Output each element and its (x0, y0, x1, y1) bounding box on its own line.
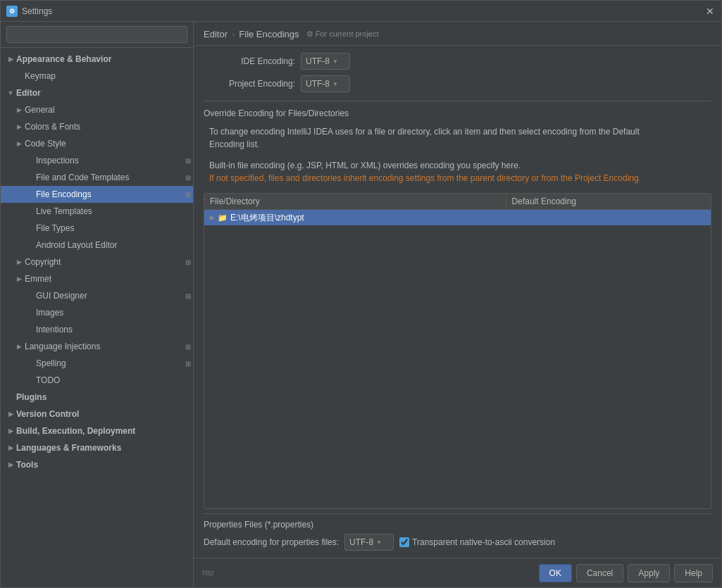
dropdown-arrow-icon: ▼ (332, 58, 338, 65)
divider (204, 101, 711, 101)
row-arrow-icon: ▶ (210, 214, 215, 221)
search-input[interactable] (6, 26, 187, 43)
arrow-icon (26, 224, 35, 232)
arrow-icon (26, 376, 35, 384)
sidebar-item-inspections[interactable]: Inspections ⊞ (1, 152, 193, 169)
arrow-icon: ▶ (15, 258, 23, 266)
sidebar-item-live-templates[interactable]: Live Templates (1, 203, 193, 220)
cancel-button[interactable]: Cancel (576, 564, 623, 582)
arrow-icon (26, 308, 35, 317)
content-area: ▶ Appearance & Behavior Keymap ▼ Editor … (1, 22, 721, 587)
arrow-icon (26, 190, 35, 199)
sidebar-item-general[interactable]: ▶ General (1, 101, 193, 118)
info-text-warning: If not specified, files and directories … (209, 173, 641, 183)
settings-icon: ⊞ (183, 358, 193, 368)
window-icon: ⚙ (6, 6, 18, 17)
table-body: ▶ 📁 E:\电烤项目\zhdtypt (204, 210, 711, 508)
arrow-icon: ▶ (6, 427, 15, 435)
project-encoding-value: UTF-8 (306, 79, 330, 89)
properties-label: Properties Files (*.properties) (204, 520, 711, 530)
sidebar-item-intentions[interactable]: Intentions (1, 321, 193, 338)
table-col-file: File/Directory (204, 194, 506, 209)
default-encoding-value: UTF-8 (349, 537, 373, 547)
sidebar-item-tools[interactable]: ▶ Tools (1, 456, 193, 473)
ide-encoding-value: UTF-8 (306, 56, 330, 66)
sidebar-item-version-control[interactable]: ▶ Version Control (1, 406, 193, 423)
apply-button[interactable]: Apply (628, 564, 670, 582)
breadcrumb-separator: › (232, 29, 235, 39)
close-button[interactable]: ✕ (704, 6, 716, 17)
sidebar-item-plugins[interactable]: Plugins (1, 389, 193, 406)
sidebar: ▶ Appearance & Behavior Keymap ▼ Editor … (1, 22, 194, 587)
arrow-icon (26, 359, 35, 368)
sidebar-item-language-injections[interactable]: ▶ Language Injections ⊞ (1, 338, 193, 355)
default-encoding-dropdown[interactable]: UTF-8 ▼ (344, 534, 394, 551)
titlebar: ⚙ Settings ✕ (1, 1, 721, 22)
sidebar-item-images[interactable]: Images (1, 304, 193, 321)
table-row[interactable]: ▶ 📁 E:\电烤项目\zhdtypt (204, 210, 711, 225)
arrow-icon: ▶ (15, 106, 23, 114)
sidebar-item-file-types[interactable]: File Types (1, 220, 193, 237)
arrow-icon: ▼ (6, 89, 15, 97)
override-section-label: Override Encoding for Files/Directories (204, 108, 711, 118)
transparent-checkbox[interactable] (399, 537, 409, 547)
sidebar-item-spelling[interactable]: Spelling ⊞ (1, 355, 193, 372)
sidebar-item-copyright[interactable]: ▶ Copyright ⊞ (1, 254, 193, 270)
project-encoding-label: Project Encoding: (204, 79, 295, 89)
settings-icon: ⊞ (183, 342, 193, 351)
info-text-2: Built-in file encoding (e.g. JSP, HTML o… (204, 159, 711, 184)
panel-body: IDE Encoding: UTF-8 ▼ Project Encoding: … (194, 46, 721, 558)
sidebar-item-languages[interactable]: ▶ Languages & Frameworks (1, 439, 193, 456)
ide-encoding-label: IDE Encoding: (204, 56, 295, 66)
arrow-icon: ▶ (15, 275, 23, 283)
sidebar-item-colors-fonts[interactable]: ▶ Colors & Fonts (1, 118, 193, 135)
arrow-icon (26, 207, 35, 215)
sidebar-item-todo[interactable]: TODO (1, 372, 193, 389)
for-current-project: ⚙ For current project (306, 30, 379, 39)
panel-header: Editor › File Encodings ⚙ For current pr… (194, 22, 721, 46)
sidebar-item-file-encodings[interactable]: File Encodings ⊞ (1, 186, 193, 203)
sidebar-item-appearance[interactable]: ▶ Appearance & Behavior (1, 51, 193, 68)
arrow-icon: ▶ (15, 342, 23, 351)
file-directory-table: File/Directory Default Encoding ▶ 📁 E:\电… (204, 193, 711, 509)
sidebar-item-gui-designer[interactable]: GUI Designer ⊞ (1, 287, 193, 304)
table-header: File/Directory Default Encoding (204, 194, 711, 210)
table-cell-path: ▶ 📁 E:\电烤项目\zhdtypt (204, 211, 506, 225)
dropdown-arrow-icon: ▼ (332, 81, 338, 87)
settings-icon: ⊞ (183, 189, 193, 199)
transparent-label: Transparent native-to-ascii conversion (412, 537, 555, 547)
search-box (1, 22, 193, 48)
project-encoding-dropdown[interactable]: UTF-8 ▼ (301, 75, 350, 92)
panel-title: Editor › File Encodings ⚙ For current pr… (204, 29, 711, 39)
folder-icon: 📁 (218, 213, 228, 223)
arrow-icon (26, 325, 35, 334)
sidebar-item-emmet[interactable]: ▶ Emmet (1, 270, 193, 287)
sidebar-item-file-code-templates[interactable]: File and Code Templates ⊞ (1, 169, 193, 186)
sidebar-item-keymap[interactable]: Keymap (1, 68, 193, 85)
sidebar-item-build-exec[interactable]: ▶ Build, Execution, Deployment (1, 423, 193, 439)
arrow-icon (26, 241, 35, 249)
dropdown-arrow-icon: ▼ (376, 539, 382, 546)
sidebar-item-editor[interactable]: ▼ Editor (1, 85, 193, 101)
ok-button[interactable]: OK (539, 564, 572, 582)
arrow-icon (26, 173, 35, 182)
table-cell-encoding (506, 216, 711, 219)
info-text-1: To change encoding IntelliJ IDEA uses fo… (204, 125, 711, 151)
default-encoding-label: Default encoding for properties files: (204, 537, 339, 547)
properties-row: Default encoding for properties files: U… (204, 534, 711, 551)
breadcrumb-current: File Encodings (239, 29, 299, 39)
ide-encoding-row: IDE Encoding: UTF-8 ▼ (204, 53, 711, 70)
ide-encoding-dropdown[interactable]: UTF-8 ▼ (301, 53, 350, 70)
properties-section: Properties Files (*.properties) Default … (204, 513, 711, 551)
arrow-icon: ▶ (6, 444, 15, 452)
sidebar-item-android-layout[interactable]: Android Layout Editor (1, 237, 193, 254)
footer-watermark: http (202, 569, 535, 577)
breadcrumb-parent: Editor (204, 29, 228, 39)
help-button[interactable]: Help (674, 564, 713, 582)
sidebar-item-code-style[interactable]: ▶ Code Style (1, 135, 193, 152)
transparent-checkbox-wrapper: Transparent native-to-ascii conversion (399, 537, 555, 547)
footer: http OK Cancel Apply Help (194, 558, 721, 587)
settings-icon: ⊞ (183, 173, 193, 182)
settings-icon: ⊞ (183, 257, 193, 267)
arrow-icon: ▶ (6, 410, 15, 418)
